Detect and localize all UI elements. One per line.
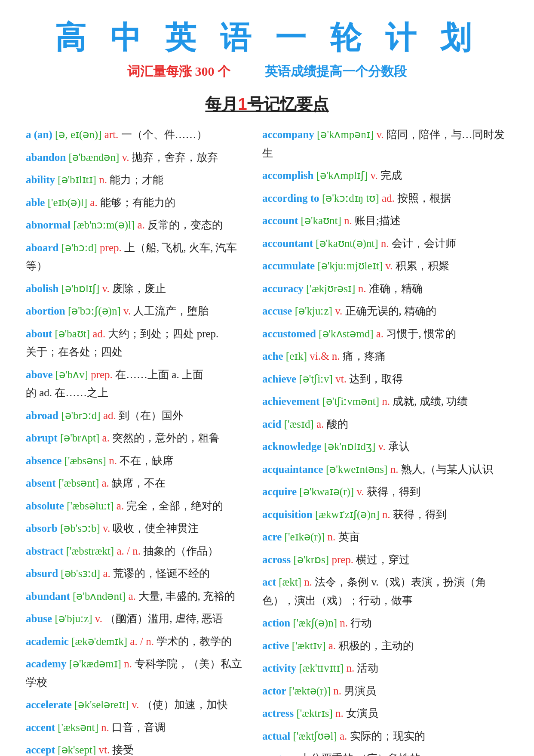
- definition: 获得，得到: [367, 486, 420, 497]
- word: ability: [26, 174, 55, 185]
- word: acknowledge: [262, 441, 322, 452]
- word: abundant: [26, 590, 70, 602]
- definition: 承认: [388, 441, 410, 452]
- definition: 学术的，教学的: [157, 636, 232, 647]
- phonetic: [ækt]: [279, 576, 301, 588]
- left-column: a (an) [ə, eɪ(ən)] art. 一（个、件……）abandon …: [26, 126, 249, 756]
- phonetic: [ə'bɔːʃ(ə)n]: [68, 305, 121, 317]
- definition: （使）加速，加快: [142, 699, 228, 710]
- phonetic: ['æksənt]: [58, 722, 98, 733]
- definition: 一（个、件……）: [121, 129, 207, 140]
- pos: a.: [340, 730, 347, 742]
- word: above: [26, 369, 53, 380]
- phonetic: [ə'bɔːd]: [61, 242, 97, 253]
- word: a (an): [26, 129, 52, 140]
- word: acquaintance: [262, 463, 323, 475]
- word: act: [262, 576, 276, 588]
- definition: 男演员: [344, 685, 376, 697]
- definition: 吸收，使全神贯注: [113, 522, 199, 534]
- list-item: absent ['æbsənt] a. 缺席，不在: [26, 474, 249, 493]
- definition: 完全，全部，绝对的: [126, 500, 223, 512]
- section-title-post: 号记忆要点: [247, 95, 329, 113]
- pos: n.: [124, 658, 132, 670]
- pos: v.: [103, 522, 110, 534]
- pos: a.: [289, 753, 297, 756]
- word: absurd: [26, 568, 58, 579]
- phonetic: ['æbsəluːt]: [67, 500, 114, 512]
- definition: （酗酒）滥用, 虐待, 恶语: [105, 613, 223, 624]
- definition: 十分严重的,（病）急性的: [300, 753, 420, 756]
- definition: 熟人,（与某人)认识: [401, 463, 494, 475]
- list-item: activity [æk'tɪvɪtɪ] n. 活动: [262, 659, 508, 678]
- pos: n.: [333, 685, 341, 697]
- list-item: a (an) [ə, eɪ(ən)] art. 一（个、件……）: [26, 126, 249, 144]
- definition: 成就, 成绩, 功绩: [393, 395, 468, 407]
- word: able: [26, 197, 45, 208]
- definition: 抛弃，舍弃，放弃: [132, 151, 218, 163]
- word: accomplish: [262, 170, 313, 181]
- pos: v.: [371, 170, 378, 181]
- pos: v.: [335, 305, 342, 317]
- pos: v.: [385, 260, 393, 272]
- phonetic: ['æbsənt]: [58, 477, 99, 489]
- header-title: 高 中 英 语 一 轮 计 划: [26, 17, 508, 59]
- pos: a.: [90, 197, 97, 208]
- word: academic: [26, 636, 69, 647]
- phonetic: [ə'bʌndənt]: [73, 590, 126, 602]
- phonetic: [ə'kweɪntəns]: [326, 463, 387, 475]
- list-item: abandon [ə'bændən] v. 抛弃，舍弃，放弃: [26, 148, 249, 167]
- list-item: acquisition [ækwɪ'zɪʃ(ə)n] n. 获得，得到: [262, 506, 508, 524]
- content-area: a (an) [ə, eɪ(ən)] art. 一（个、件……）abandon …: [26, 126, 508, 756]
- pos: v.: [132, 699, 139, 710]
- phonetic: ['æktrɪs]: [296, 707, 332, 719]
- word: abrupt: [26, 432, 58, 444]
- phonetic: [ə'kædəmɪ]: [69, 658, 121, 670]
- pos: a.: [102, 432, 110, 444]
- word: actor: [262, 685, 286, 697]
- subtitle-left: 词汇量每涨 300 个: [127, 63, 230, 80]
- definition: 完成: [381, 170, 402, 181]
- pos: a.: [101, 477, 109, 489]
- phonetic: [ək'seləreɪt]: [74, 699, 129, 710]
- list-item: acquire [ə'kwaɪə(r)] v. 获得，得到: [262, 483, 508, 501]
- pos: prep.: [91, 369, 113, 380]
- word: acid: [262, 418, 281, 430]
- list-item: achievement [ə'tʃiːvmənt] n. 成就, 成绩, 功绩: [262, 392, 508, 411]
- pos: v.: [123, 305, 131, 317]
- header-subtitle: 词汇量每涨 300 个 英语成绩提高一个分数段: [26, 63, 508, 80]
- word: accept: [26, 744, 55, 756]
- pos: n.: [340, 617, 348, 629]
- pos: ad.: [103, 410, 116, 421]
- phonetic: ['æbsəns]: [64, 455, 106, 466]
- word: acquisition: [262, 509, 313, 520]
- list-item: ability [ə'bɪlɪtɪ] n. 能力；才能: [26, 171, 249, 189]
- phonetic: ['æktə(r)]: [289, 685, 331, 697]
- pos: n.: [304, 576, 312, 588]
- list-item: absurd [əb'sɜːd] a. 荒谬的，怪诞不经的: [26, 565, 249, 583]
- list-item: acute a. 十分严重的,（病）急性的: [262, 750, 508, 756]
- pos: a.: [316, 418, 324, 430]
- list-item: abroad [ə'brɔːd] ad. 到（在）国外: [26, 407, 249, 425]
- list-item: about [ə'baʊt] ad. 大约；到处；四处 prep. 关于；在各处…: [26, 325, 249, 361]
- pos: n.: [99, 174, 107, 185]
- word: absent: [26, 477, 55, 489]
- phonetic: [ə'bʌv]: [55, 369, 88, 380]
- list-item: absolute ['æbsəluːt] a. 完全，全部，绝对的: [26, 497, 249, 515]
- pos: ad.: [382, 192, 395, 204]
- word: activity: [262, 662, 296, 674]
- phonetic: [ə'kʌmplɪʃ]: [316, 170, 368, 181]
- phonetic: [ə'kʌmpənɪ]: [317, 129, 374, 140]
- list-item: accent ['æksənt] n. 口音，音调: [26, 719, 249, 737]
- phonetic: ['æbstrækt]: [66, 545, 114, 557]
- definition: 人工流产，堕胎: [133, 305, 209, 317]
- word: achievement: [262, 395, 319, 407]
- word: abroad: [26, 410, 58, 421]
- pos: n.: [335, 707, 344, 719]
- phonetic: [ə'brɔːd]: [61, 410, 100, 421]
- list-item: abortion [ə'bɔːʃ(ə)n] v. 人工流产，堕胎: [26, 302, 249, 321]
- list-item: acquaintance [ə'kweɪntəns] n. 熟人,（与某人)认识: [262, 460, 508, 479]
- pos: n.: [358, 283, 366, 294]
- phonetic: [eɪk]: [286, 350, 307, 362]
- word: accompany: [262, 129, 314, 140]
- list-item: accumulate [ə'kjuːmjʊleɪt] v. 积累，积聚: [262, 257, 508, 275]
